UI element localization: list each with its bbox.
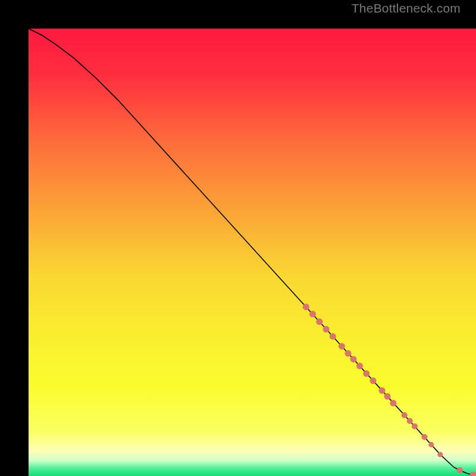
chart-plot <box>29 29 476 476</box>
scatter-point <box>323 326 330 333</box>
chart-frame <box>14 14 462 462</box>
scatter-point <box>339 343 345 349</box>
scatter-point <box>428 442 434 447</box>
scatter-point <box>390 400 396 406</box>
scatter-point <box>422 434 428 440</box>
scatter-point <box>350 356 356 362</box>
scatter-point <box>384 393 391 400</box>
scatter-point <box>379 387 386 394</box>
scatter-point <box>402 412 408 418</box>
scatter-point <box>356 363 363 369</box>
scatter-point <box>370 377 377 384</box>
scatter-point <box>345 350 351 356</box>
scatter-point <box>363 370 369 377</box>
scatter-point <box>437 452 443 457</box>
scatter-point <box>412 424 418 430</box>
scatter-point <box>303 303 309 310</box>
scatter-point <box>457 467 463 473</box>
scatter-point <box>407 418 413 424</box>
watermark-text: TheBottleneck.com <box>352 1 461 15</box>
chart-background <box>29 29 476 476</box>
scatter-point <box>309 311 316 317</box>
scatter-point <box>330 333 336 340</box>
scatter-point <box>316 318 322 325</box>
